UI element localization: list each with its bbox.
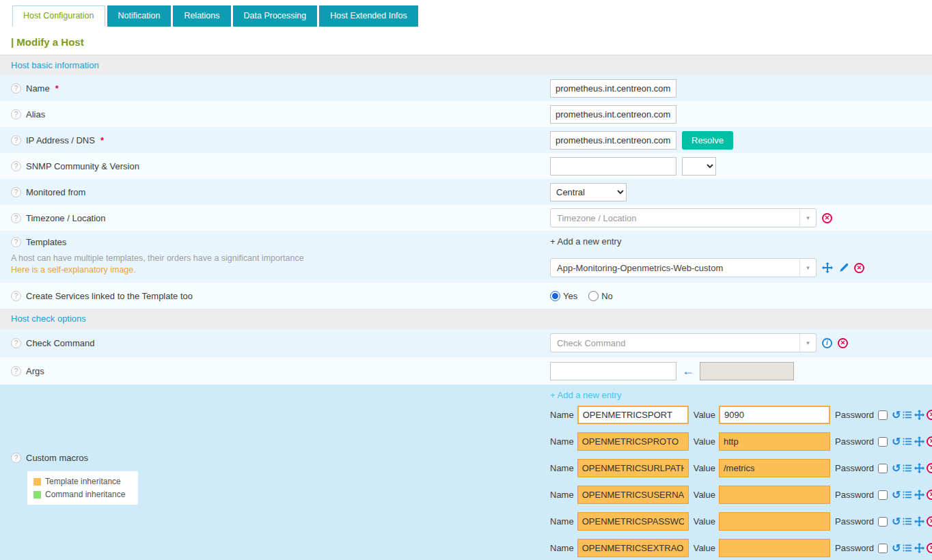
undo-icon[interactable]: ↺ (892, 436, 901, 447)
undo-icon[interactable]: ↺ (892, 543, 901, 554)
templates-hint: A host can have multiple templates, thei… (11, 253, 304, 263)
delete-template-icon[interactable]: ✕ (854, 263, 864, 273)
help-icon[interactable]: ? (11, 213, 21, 223)
help-icon[interactable]: ? (11, 135, 21, 145)
macro-name-input[interactable] (577, 459, 689, 477)
radio-no[interactable] (588, 291, 599, 301)
radio-yes[interactable] (550, 291, 560, 301)
radio-yes-label: Yes (563, 291, 577, 301)
list-icon[interactable] (903, 490, 912, 499)
macro-value-input[interactable] (719, 459, 830, 477)
chevron-down-icon: ▼ (799, 259, 816, 277)
help-icon[interactable]: ? (11, 83, 21, 94)
delete-macro-icon[interactable]: ✕ (927, 410, 932, 420)
tab-data-processing[interactable]: Data Processing (233, 5, 318, 27)
tab-host-configuration[interactable]: Host Configuration (12, 5, 105, 27)
create-services-label: Create Services linked to the Template t… (26, 291, 193, 301)
help-icon[interactable]: ? (11, 161, 21, 171)
ip-label: IP Address / DNS (26, 135, 95, 145)
monitored-from-label: Monitored from (26, 187, 85, 197)
undo-icon[interactable]: ↺ (892, 410, 901, 421)
list-icon[interactable] (903, 517, 912, 526)
host-ip-input[interactable] (550, 131, 676, 150)
snmp-community-input[interactable] (550, 157, 676, 176)
macro-name-input[interactable] (577, 486, 689, 504)
help-icon[interactable]: ? (11, 366, 21, 376)
legend-label: Template inheritance (45, 477, 121, 486)
delete-macro-icon[interactable]: ✕ (927, 543, 932, 553)
macro-name-input[interactable] (577, 432, 689, 451)
macro-password-checkbox[interactable] (878, 490, 888, 500)
clear-check-command-icon[interactable]: ✕ (838, 338, 848, 348)
tab-relations[interactable]: Relations (173, 5, 230, 27)
move-icon[interactable] (822, 262, 833, 273)
macro-value-input[interactable] (719, 486, 830, 504)
help-icon[interactable]: ? (11, 237, 21, 247)
clear-timezone-icon[interactable]: ✕ (822, 213, 832, 223)
move-icon[interactable] (914, 543, 924, 553)
macro-name-input[interactable] (577, 406, 689, 424)
help-icon[interactable]: ? (11, 187, 21, 197)
delete-macro-icon[interactable]: ✕ (927, 463, 932, 473)
templates-add-entry[interactable]: + Add a new entry (550, 236, 621, 247)
macro-name-input[interactable] (577, 512, 689, 531)
create-services-yes[interactable]: Yes (550, 291, 577, 301)
info-icon[interactable]: i (822, 338, 832, 348)
macro-password-checkbox[interactable] (878, 410, 888, 420)
help-icon[interactable]: ? (11, 453, 21, 463)
timezone-select[interactable]: Timezone / Location ▼ (550, 208, 817, 227)
macro-password-checkbox[interactable] (878, 437, 888, 447)
row-check-command: ? Check Command Check Command ▼ i ✕ (0, 328, 932, 357)
list-icon[interactable] (903, 544, 912, 552)
row-ip-address: ? IP Address / DNS * Resolve (0, 127, 932, 153)
help-icon[interactable]: ? (11, 109, 21, 120)
macro-password-checkbox[interactable] (878, 544, 888, 553)
move-icon[interactable] (914, 516, 924, 527)
row-args: ? Args ← (0, 357, 932, 384)
macro-value-input[interactable] (719, 406, 830, 424)
macro-row: Name Value Password ↺ ✕ (550, 539, 932, 557)
macro-password-checkbox[interactable] (878, 464, 888, 473)
list-icon[interactable] (903, 437, 912, 446)
list-icon[interactable] (903, 410, 912, 419)
list-icon[interactable] (903, 464, 912, 473)
snmp-version-select[interactable] (682, 157, 716, 176)
macro-password-label: Password (835, 543, 874, 553)
host-alias-input[interactable] (550, 105, 676, 124)
resolve-button[interactable]: Resolve (682, 131, 733, 150)
macro-password-checkbox[interactable] (878, 517, 888, 527)
macro-value-label: Value (694, 543, 715, 553)
args-input[interactable] (550, 362, 676, 380)
macros-add-entry[interactable]: + Add a new entry (550, 390, 932, 400)
monitored-from-select[interactable]: Central (550, 183, 627, 201)
macro-name-input[interactable] (577, 539, 689, 557)
tab-notification[interactable]: Notification (107, 5, 172, 27)
required-indicator: * (100, 135, 104, 145)
undo-icon[interactable]: ↺ (892, 463, 901, 474)
help-icon[interactable]: ? (11, 291, 21, 301)
macro-value-input[interactable] (719, 539, 830, 557)
move-icon[interactable] (914, 410, 924, 420)
template-select[interactable]: App-Monitoring-Openmetrics-Web-custom ▼ (550, 258, 817, 277)
macro-value-input[interactable] (719, 512, 830, 531)
delete-macro-icon[interactable]: ✕ (927, 436, 932, 447)
move-icon[interactable] (914, 436, 924, 447)
macro-value-input[interactable] (719, 432, 830, 451)
undo-icon[interactable]: ↺ (892, 490, 901, 501)
help-icon[interactable]: ? (11, 338, 21, 348)
timezone-label: Timezone / Location (26, 213, 106, 223)
host-name-input[interactable] (550, 79, 676, 98)
templates-hint-link[interactable]: Here is a self-explanatory image. (11, 265, 304, 275)
row-snmp: ? SNMP Community & Version (0, 153, 932, 179)
delete-macro-icon[interactable]: ✕ (927, 490, 932, 500)
move-icon[interactable] (914, 463, 924, 473)
undo-icon[interactable]: ↺ (892, 516, 901, 527)
edit-icon[interactable] (838, 263, 849, 273)
macro-row: Name Value Password ↺ ✕ (550, 406, 932, 424)
legend-label: Command inheritance (45, 490, 125, 499)
tab-host-extended-infos[interactable]: Host Extended Infos (319, 5, 418, 27)
move-icon[interactable] (914, 490, 924, 500)
delete-macro-icon[interactable]: ✕ (927, 516, 932, 527)
check-command-select[interactable]: Check Command ▼ (550, 333, 817, 352)
create-services-no[interactable]: No (588, 291, 613, 301)
